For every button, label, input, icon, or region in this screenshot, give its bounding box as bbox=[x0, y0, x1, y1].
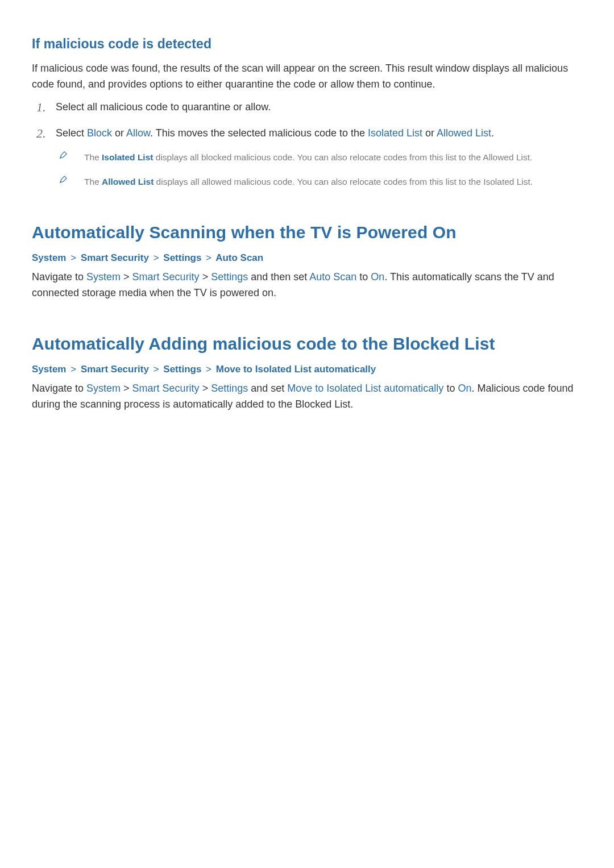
note-allowed: The Allowed List displays all allowed ma… bbox=[56, 174, 582, 190]
steps-list: Select all malicious code to quarantine … bbox=[32, 99, 582, 190]
sep: > bbox=[200, 271, 211, 283]
kw-allowed-list-note: Allowed List bbox=[102, 177, 154, 186]
crumb-auto-scan: Auto Scan bbox=[215, 252, 263, 263]
breadcrumb-move-isolated: System > Smart Security > Settings > Mov… bbox=[32, 364, 582, 375]
note2-b: displays all allowed malicious code. You… bbox=[154, 177, 533, 186]
p3-e: to bbox=[443, 383, 458, 394]
note2-a: The bbox=[84, 177, 102, 186]
step-2-text-c: . This moves the selected malicious code… bbox=[150, 127, 368, 139]
kw-auto-scan: Auto Scan bbox=[309, 271, 356, 283]
p3-d: and set bbox=[248, 383, 287, 394]
kw-allow: Allow bbox=[126, 127, 150, 139]
p2-e: to bbox=[356, 271, 371, 283]
kw-system: System bbox=[86, 271, 121, 283]
kw-on: On bbox=[458, 383, 471, 394]
note1-b: displays all blocked malicious code. You… bbox=[153, 152, 532, 162]
heading-auto-blocked: Automatically Adding malicious code to t… bbox=[32, 334, 582, 354]
move-isolated-paragraph: Navigate to System > Smart Security > Se… bbox=[32, 381, 582, 413]
kw-isolated-list-note: Isolated List bbox=[102, 152, 153, 162]
p3-a: Navigate to bbox=[32, 383, 86, 394]
intro-paragraph: If malicious code was found, the results… bbox=[32, 61, 582, 93]
step-2-text-e: . bbox=[491, 127, 494, 139]
step-2-text-a: Select bbox=[56, 127, 87, 139]
crumb-smart-security: Smart Security bbox=[81, 252, 149, 263]
step-1-text: Select all malicious code to quarantine … bbox=[56, 101, 271, 113]
chevron-right-icon: > bbox=[69, 364, 78, 375]
note-isolated: The Isolated List displays all blocked m… bbox=[56, 149, 582, 165]
heading-auto-scanning: Automatically Scanning when the TV is Po… bbox=[32, 223, 582, 242]
breadcrumb-auto-scan: System > Smart Security > Settings > Aut… bbox=[32, 252, 582, 264]
kw-isolated-list: Isolated List bbox=[368, 127, 422, 139]
chevron-right-icon: > bbox=[152, 252, 161, 263]
note1-a: The bbox=[84, 152, 102, 162]
crumb-move-isolated: Move to Isolated List automatically bbox=[216, 364, 376, 375]
p2-a: Navigate to bbox=[32, 271, 86, 283]
step-2: Select Block or Allow. This moves the se… bbox=[32, 126, 582, 190]
kw-settings: Settings bbox=[211, 271, 248, 283]
kw-system: System bbox=[86, 383, 121, 394]
sep: > bbox=[121, 383, 132, 394]
sep: > bbox=[200, 383, 211, 394]
kw-smart-security: Smart Security bbox=[132, 271, 200, 283]
chevron-right-icon: > bbox=[204, 252, 213, 263]
crumb-system: System bbox=[32, 364, 66, 375]
sep: > bbox=[121, 271, 132, 283]
p2-d: and then set bbox=[248, 271, 309, 283]
chevron-right-icon: > bbox=[204, 364, 213, 375]
crumb-system: System bbox=[32, 252, 66, 263]
crumb-smart-security: Smart Security bbox=[81, 364, 149, 375]
kw-move-isolated: Move to Isolated List automatically bbox=[287, 383, 443, 394]
kw-settings: Settings bbox=[211, 383, 248, 394]
step-2-text-d: or bbox=[422, 127, 437, 139]
notes-list: The Isolated List displays all blocked m… bbox=[56, 149, 582, 190]
pen-icon bbox=[59, 151, 68, 159]
crumb-settings: Settings bbox=[163, 252, 201, 263]
kw-block: Block bbox=[87, 127, 112, 139]
chevron-right-icon: > bbox=[69, 252, 78, 263]
pen-icon bbox=[59, 175, 68, 184]
step-2-text-b: or bbox=[112, 127, 126, 139]
kw-smart-security: Smart Security bbox=[132, 383, 200, 394]
step-1: Select all malicious code to quarantine … bbox=[32, 99, 582, 115]
crumb-settings: Settings bbox=[163, 364, 201, 375]
kw-on: On bbox=[371, 271, 384, 283]
chevron-right-icon: > bbox=[152, 364, 161, 375]
auto-scan-paragraph: Navigate to System > Smart Security > Se… bbox=[32, 269, 582, 301]
kw-allowed-list: Allowed List bbox=[437, 127, 491, 139]
heading-malicious-detected: If malicious code is detected bbox=[32, 36, 582, 52]
